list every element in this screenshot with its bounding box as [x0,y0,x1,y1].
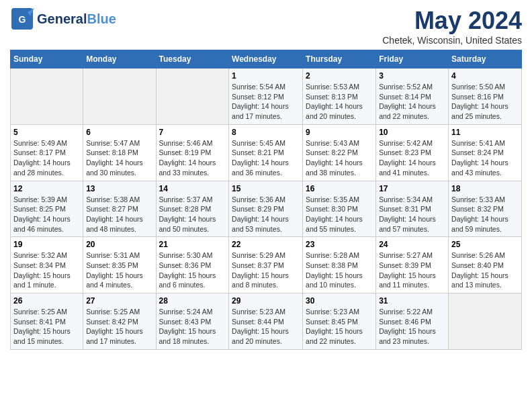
day-number: 18 [451,184,519,193]
week-row-3: 12Sunrise: 5:39 AM Sunset: 8:25 PM Dayli… [11,181,522,237]
calendar-cell [11,68,83,125]
day-info: Sunrise: 5:34 AM Sunset: 8:31 PM Dayligh… [379,195,445,234]
day-info: Sunrise: 5:49 AM Sunset: 8:17 PM Dayligh… [13,138,80,178]
calendar-cell: 21Sunrise: 5:30 AM Sunset: 8:36 PM Dayli… [156,237,229,293]
calendar-cell: 28Sunrise: 5:24 AM Sunset: 8:43 PM Dayli… [156,293,229,350]
day-number: 11 [451,128,519,137]
week-row-1: 1Sunrise: 5:54 AM Sunset: 8:12 PM Daylig… [11,68,522,125]
day-info: Sunrise: 5:41 AM Sunset: 8:24 PM Dayligh… [451,138,519,178]
calendar-cell: 16Sunrise: 5:35 AM Sunset: 8:30 PM Dayli… [303,181,376,237]
day-number: 10 [379,128,445,137]
day-info: Sunrise: 5:52 AM Sunset: 8:14 PM Dayligh… [379,82,445,122]
day-info: Sunrise: 5:27 AM Sunset: 8:39 PM Dayligh… [379,250,445,290]
logo-blue: Blue [87,11,116,26]
day-number: 16 [306,184,373,193]
calendar-cell: 5Sunrise: 5:49 AM Sunset: 8:17 PM Daylig… [11,124,83,181]
day-info: Sunrise: 5:32 AM Sunset: 8:34 PM Dayligh… [13,250,80,290]
day-info: Sunrise: 5:25 AM Sunset: 8:42 PM Dayligh… [86,307,152,347]
subtitle: Chetek, Wisconsin, United States [382,35,522,46]
day-number: 5 [13,128,80,137]
day-number: 4 [451,71,519,81]
svg-text:G: G [19,14,26,25]
day-number: 28 [159,296,226,306]
calendar-cell: 30Sunrise: 5:23 AM Sunset: 8:45 PM Dayli… [303,293,376,350]
day-number: 20 [86,240,152,249]
calendar-cell: 22Sunrise: 5:29 AM Sunset: 8:37 PM Dayli… [229,237,303,293]
day-info: Sunrise: 5:50 AM Sunset: 8:16 PM Dayligh… [451,82,519,122]
day-info: Sunrise: 5:53 AM Sunset: 8:13 PM Dayligh… [306,82,373,122]
title-block: May 2024 Chetek, Wisconsin, United State… [382,7,522,46]
column-header-tuesday: Tuesday [156,50,229,68]
day-number: 8 [232,128,300,137]
day-info: Sunrise: 5:31 AM Sunset: 8:35 PM Dayligh… [86,250,152,290]
calendar-cell: 26Sunrise: 5:25 AM Sunset: 8:41 PM Dayli… [11,293,83,350]
day-number: 7 [159,128,226,137]
day-info: Sunrise: 5:45 AM Sunset: 8:21 PM Dayligh… [232,138,300,178]
day-info: Sunrise: 5:33 AM Sunset: 8:32 PM Dayligh… [451,195,519,234]
day-info: Sunrise: 5:54 AM Sunset: 8:12 PM Dayligh… [232,82,300,122]
column-header-saturday: Saturday [449,50,522,68]
day-info: Sunrise: 5:35 AM Sunset: 8:30 PM Dayligh… [306,195,373,234]
calendar-cell: 15Sunrise: 5:36 AM Sunset: 8:29 PM Dayli… [229,181,303,237]
logo-icon: G [10,7,34,31]
page-header: G GeneralBlue May 2024 Chetek, Wisconsin… [10,7,522,46]
calendar-cell: 10Sunrise: 5:42 AM Sunset: 8:23 PM Dayli… [376,124,449,181]
day-number: 1 [232,71,300,81]
calendar-cell: 20Sunrise: 5:31 AM Sunset: 8:35 PM Dayli… [83,237,156,293]
day-headers-row: SundayMondayTuesdayWednesdayThursdayFrid… [11,50,522,68]
calendar-cell: 23Sunrise: 5:28 AM Sunset: 8:38 PM Dayli… [303,237,376,293]
calendar-cell: 8Sunrise: 5:45 AM Sunset: 8:21 PM Daylig… [229,124,303,181]
day-number: 21 [159,240,226,249]
day-number: 27 [86,296,152,306]
logo-text: GeneralBlue [37,11,116,26]
calendar-cell: 14Sunrise: 5:37 AM Sunset: 8:28 PM Dayli… [156,181,229,237]
day-info: Sunrise: 5:30 AM Sunset: 8:36 PM Dayligh… [159,250,226,290]
day-info: Sunrise: 5:23 AM Sunset: 8:44 PM Dayligh… [232,307,300,347]
logo: G GeneralBlue [10,7,116,31]
day-info: Sunrise: 5:26 AM Sunset: 8:40 PM Dayligh… [451,250,519,290]
week-row-4: 19Sunrise: 5:32 AM Sunset: 8:34 PM Dayli… [11,237,522,293]
calendar-cell [83,68,156,125]
day-info: Sunrise: 5:36 AM Sunset: 8:29 PM Dayligh… [232,195,300,234]
calendar-cell: 13Sunrise: 5:38 AM Sunset: 8:27 PM Dayli… [83,181,156,237]
calendar-cell: 3Sunrise: 5:52 AM Sunset: 8:14 PM Daylig… [376,68,449,125]
day-info: Sunrise: 5:46 AM Sunset: 8:19 PM Dayligh… [159,138,226,178]
week-row-2: 5Sunrise: 5:49 AM Sunset: 8:17 PM Daylig… [11,124,522,181]
day-number: 9 [306,128,373,137]
day-info: Sunrise: 5:23 AM Sunset: 8:45 PM Dayligh… [306,307,373,347]
logo-general: General [37,11,87,26]
column-header-sunday: Sunday [11,50,83,68]
calendar-cell: 4Sunrise: 5:50 AM Sunset: 8:16 PM Daylig… [449,68,522,125]
day-number: 12 [13,184,80,193]
day-number: 31 [379,296,445,306]
day-number: 17 [379,184,445,193]
day-info: Sunrise: 5:38 AM Sunset: 8:27 PM Dayligh… [86,195,152,234]
day-info: Sunrise: 5:39 AM Sunset: 8:25 PM Dayligh… [13,195,80,234]
calendar-cell [156,68,229,125]
main-title: May 2024 [382,7,522,35]
calendar-cell: 18Sunrise: 5:33 AM Sunset: 8:32 PM Dayli… [449,181,522,237]
day-number: 29 [232,296,300,306]
day-info: Sunrise: 5:43 AM Sunset: 8:22 PM Dayligh… [306,138,373,178]
calendar-cell [449,293,522,350]
day-info: Sunrise: 5:47 AM Sunset: 8:18 PM Dayligh… [86,138,152,178]
day-info: Sunrise: 5:25 AM Sunset: 8:41 PM Dayligh… [13,307,80,347]
day-info: Sunrise: 5:42 AM Sunset: 8:23 PM Dayligh… [379,138,445,178]
day-info: Sunrise: 5:28 AM Sunset: 8:38 PM Dayligh… [306,250,373,290]
calendar-cell: 7Sunrise: 5:46 AM Sunset: 8:19 PM Daylig… [156,124,229,181]
column-header-wednesday: Wednesday [229,50,303,68]
calendar-cell: 2Sunrise: 5:53 AM Sunset: 8:13 PM Daylig… [303,68,376,125]
day-number: 22 [232,240,300,249]
week-row-5: 26Sunrise: 5:25 AM Sunset: 8:41 PM Dayli… [11,293,522,350]
calendar-cell: 12Sunrise: 5:39 AM Sunset: 8:25 PM Dayli… [11,181,83,237]
day-number: 6 [86,128,152,137]
day-info: Sunrise: 5:22 AM Sunset: 8:46 PM Dayligh… [379,307,445,347]
calendar-cell: 6Sunrise: 5:47 AM Sunset: 8:18 PM Daylig… [83,124,156,181]
day-info: Sunrise: 5:29 AM Sunset: 8:37 PM Dayligh… [232,250,300,290]
calendar-cell: 31Sunrise: 5:22 AM Sunset: 8:46 PM Dayli… [376,293,449,350]
calendar-cell: 19Sunrise: 5:32 AM Sunset: 8:34 PM Dayli… [11,237,83,293]
day-info: Sunrise: 5:24 AM Sunset: 8:43 PM Dayligh… [159,307,226,347]
day-info: Sunrise: 5:37 AM Sunset: 8:28 PM Dayligh… [159,195,226,234]
day-number: 2 [306,71,373,81]
calendar-cell: 1Sunrise: 5:54 AM Sunset: 8:12 PM Daylig… [229,68,303,125]
